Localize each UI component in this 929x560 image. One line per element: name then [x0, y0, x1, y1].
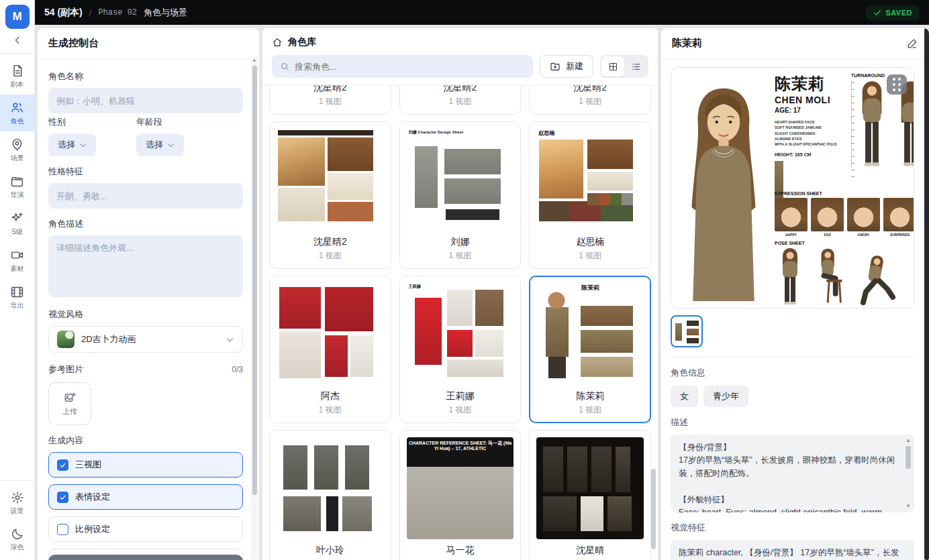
character-card[interactable]: 沈星晴2 1 视图: [399, 85, 522, 115]
console-scrollbar[interactable]: ▲: [251, 56, 258, 560]
grid-view-button[interactable]: [601, 56, 624, 76]
sheet-thumbnail-selected[interactable]: [671, 315, 703, 347]
character-card-name: 赵思楠: [536, 236, 644, 248]
character-card[interactable]: 阿杰 1 视图: [269, 276, 391, 423]
character-card[interactable]: 陈茉莉 陈茉莉 1 视图: [529, 276, 651, 423]
tag-gender: 女: [671, 386, 698, 407]
checkbox[interactable]: [57, 492, 68, 503]
gear-icon: [11, 491, 24, 504]
list-view-button[interactable]: [624, 56, 647, 76]
sidebar-item-settings[interactable]: 设置: [0, 485, 34, 521]
character-card-art: 赵思楠: [536, 129, 644, 231]
character-card-art: 王莉娜: [407, 283, 514, 385]
search-box[interactable]: [272, 55, 533, 78]
collapse-sidebar-button[interactable]: [0, 32, 34, 49]
gender-value: 选择: [58, 139, 75, 151]
sidebar-item-script[interactable]: 剧本: [0, 58, 34, 95]
character-card[interactable]: 沈星晴 1 视图: [529, 430, 651, 560]
new-character-button[interactable]: 新建: [540, 55, 593, 78]
sidebar-item-s-grade[interactable]: S级: [0, 205, 34, 242]
sparkles-icon: [10, 211, 24, 225]
character-name-input[interactable]: [48, 88, 243, 113]
library-grid-viewport: 沈星晴2 1 视图 沈星晴2 1 视图 沈星晴2 1 视图 沈星晴2 1 视图 …: [262, 85, 658, 560]
description-scrollbar[interactable]: ▲ ▼: [905, 437, 912, 510]
option-proportion-set[interactable]: 比例设定: [48, 516, 243, 542]
library-scrollbar-thumb[interactable]: [651, 469, 656, 549]
character-card[interactable]: 叶小玲 1 视图: [269, 430, 391, 560]
visual-style-label: 视觉风格: [48, 309, 243, 321]
sidebar-item-assets[interactable]: 素材: [0, 242, 34, 279]
script-icon: [10, 64, 24, 78]
visual-features-text: 陈茉莉 character, 【身份/背景】 17岁的早熟“墙头草”，长发披肩，…: [679, 547, 899, 560]
expression-face: [811, 198, 844, 231]
scroll-down-arrow[interactable]: ▼: [905, 503, 912, 510]
view-toggle: [600, 55, 648, 78]
scrollbar-thumb[interactable]: [906, 446, 911, 469]
checkbox[interactable]: [57, 524, 68, 535]
character-desc-textarea[interactable]: [48, 235, 243, 297]
sidebar-item-director[interactable]: 导演: [0, 168, 34, 205]
sidebar-item-label: 导演: [11, 190, 24, 200]
option-expression-set[interactable]: 表情设定: [48, 484, 243, 510]
gender-select[interactable]: 选择: [48, 133, 96, 156]
pose-running-figure: [858, 256, 897, 305]
pose-sheet-label: POSE SHEET: [775, 241, 914, 245]
character-card[interactable]: 沈星晴2 1 视图: [269, 85, 391, 115]
character-card[interactable]: 王莉娜 王莉娜 1 视图: [399, 276, 522, 423]
edit-pencil-icon[interactable]: [907, 38, 918, 49]
sidebar-item-characters[interactable]: 角色: [0, 95, 34, 131]
option-three-views[interactable]: 三视图: [48, 452, 243, 478]
saved-label: SAVED: [885, 9, 912, 17]
option-label: 比例设定: [75, 523, 110, 535]
character-card[interactable]: 赵思楠 赵思楠 1 视图: [529, 121, 651, 269]
generate-button-partial[interactable]: [48, 555, 243, 560]
divider: [671, 357, 914, 357]
content-row: 生成控制台 角色名称 性别 选择 年龄段: [35, 25, 929, 560]
sidebar-item-scenes[interactable]: 场景: [0, 131, 34, 168]
breadcrumb-phase: Phase 02: [98, 8, 137, 17]
character-card[interactable]: 沈星晴2 1 视图: [529, 85, 651, 115]
saved-status-badge: SAVED: [866, 5, 920, 20]
character-card-art: [536, 437, 644, 539]
character-card[interactable]: CHARACTER REFERENCE SHEET: 马一花 (Ma Yi Hu…: [399, 430, 522, 560]
search-input[interactable]: [295, 62, 525, 72]
card-art-title: 刘娜 Character Design Sheet: [407, 129, 514, 136]
detail-scrollbar-thumb[interactable]: [924, 28, 929, 560]
detail-title: 陈茉莉: [672, 37, 702, 50]
upload-reference-button[interactable]: 上传: [48, 382, 91, 425]
turnaround-side-figure: [857, 80, 887, 168]
visual-style-select[interactable]: 2D吉卜力动画: [48, 326, 243, 353]
character-card[interactable]: 刘娜 Character Design Sheet 刘娜 1 视图: [399, 121, 522, 269]
sidebar-item-label: 素材: [11, 264, 24, 274]
home-icon: [272, 37, 283, 48]
character-card-art: [277, 129, 384, 231]
checkbox[interactable]: [57, 459, 68, 471]
scrollbar-thumb[interactable]: [252, 66, 257, 495]
check-icon: [873, 9, 881, 17]
sheet-traits: HEART-SHAPED FACE SOFT ROUNDED JAWLINE S…: [775, 119, 844, 147]
console-title: 生成控制台: [38, 28, 259, 59]
visual-features-box[interactable]: 陈茉莉 character, 【身份/背景】 17岁的早熟“墙头草”，长发披肩，…: [671, 540, 914, 560]
expression-sad: SAD: [811, 198, 844, 237]
character-card-name: 沈星晴2: [277, 236, 384, 248]
project-title[interactable]: 54 (副本): [44, 7, 83, 19]
sidebar-item-dark-mode[interactable]: 深色: [0, 521, 34, 560]
drag-grip-icon[interactable]: [887, 74, 907, 95]
sheet-age: AGE: 17: [775, 107, 844, 114]
character-card[interactable]: 沈星晴2 1 视图: [269, 121, 391, 269]
character-detail-panel: 陈茉莉: [661, 28, 929, 560]
chevron-down-icon: [79, 142, 87, 149]
age-group-select[interactable]: 选择: [136, 133, 184, 156]
sidebar-item-label: 场景: [11, 154, 24, 163]
sidebar-item-export[interactable]: 导出: [0, 279, 34, 316]
character-desc-label: 角色描述: [48, 218, 243, 230]
scroll-up-arrow[interactable]: ▲: [251, 56, 258, 64]
sheet-height: HEIGHT: 165 CM: [775, 152, 844, 157]
personality-input[interactable]: [48, 183, 243, 209]
chevron-down-icon: [167, 142, 175, 149]
character-sheet-image[interactable]: 陈茉莉 CHEN MOLI AGE: 17 HEART-SHAPED FACE …: [671, 67, 914, 309]
scroll-up-arrow[interactable]: ▲: [905, 437, 912, 444]
description-box[interactable]: 【身份/背景】 17岁的早熟“墙头草”，长发披肩，眼神狡黠，穿着时尚休闲装，搭配…: [671, 435, 914, 512]
portrait-figure: [677, 73, 771, 304]
topbar: 54 (副本) / Phase 02 角色与场景 SAVED: [35, 0, 929, 25]
